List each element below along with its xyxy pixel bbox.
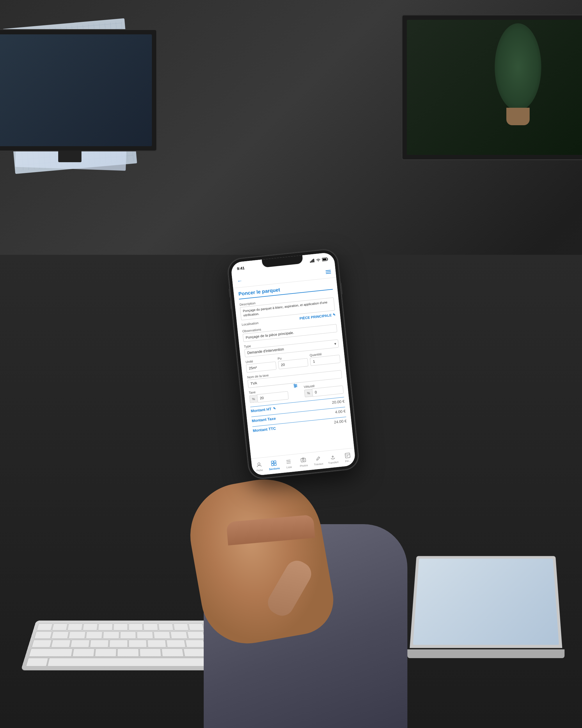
key [29, 649, 73, 657]
svg-rect-3 [313, 259, 314, 262]
battery-icon [322, 257, 329, 261]
tab-travaux-label: Travaux [314, 462, 323, 466]
laptop [410, 556, 562, 648]
key [94, 649, 116, 657]
status-icons [310, 257, 329, 263]
montant-ht-label: Montant HT ✎ [251, 406, 276, 413]
montant-ht-edit-icon[interactable]: ✎ [273, 407, 276, 411]
svg-rect-2 [312, 259, 313, 262]
phone-device: 9:41 [227, 248, 360, 480]
settings-sliders-icon[interactable] [293, 383, 299, 388]
svg-rect-1 [311, 260, 312, 262]
key [158, 623, 173, 630]
taxe-prefix: % [249, 395, 257, 403]
svg-rect-15 [272, 464, 274, 466]
svg-rect-14 [274, 461, 276, 463]
vetuste-prefix: % [304, 389, 312, 397]
key [128, 623, 143, 630]
unite-col: Unité 25m² [245, 354, 276, 372]
financement-icon [344, 452, 351, 459]
svg-point-12 [258, 463, 260, 465]
tab-sections[interactable]: Sections [266, 459, 282, 471]
photos-icon [300, 457, 307, 464]
key [166, 640, 186, 647]
key [154, 631, 170, 639]
svg-line-18 [287, 462, 291, 462]
svg-line-23 [316, 460, 317, 460]
tab-transfert-label: Transfert [328, 461, 339, 465]
plant-pot [506, 108, 530, 125]
keyboard-row-3 [31, 640, 225, 647]
key [162, 649, 184, 657]
key [170, 631, 188, 639]
quantite-col: Quantité 1 [309, 347, 340, 366]
key [143, 623, 158, 630]
key [147, 640, 166, 647]
key [90, 640, 109, 647]
key [98, 623, 113, 630]
key [86, 631, 103, 639]
keyboard-rows [26, 623, 230, 666]
status-time: 9:41 [237, 266, 245, 271]
menu-line-3 [326, 272, 331, 274]
keyboard [21, 621, 235, 670]
hamburger-icon [326, 270, 331, 274]
tab-travaux[interactable]: Travaux [310, 454, 326, 466]
tab-fiche-label: Fiche [256, 469, 263, 472]
phone-screen: 9:41 [230, 252, 356, 476]
key [113, 623, 128, 630]
monitor-left-stand [58, 151, 82, 162]
localisation-value[interactable]: PIÈCE PRINCIPALE ✎ [300, 313, 336, 321]
key [52, 623, 68, 630]
laptop-base [408, 649, 564, 658]
key [117, 649, 139, 657]
tab-financement[interactable]: Fin... [340, 452, 356, 463]
tab-photos[interactable]: Photos [296, 456, 311, 468]
svg-rect-0 [310, 261, 311, 263]
key [82, 623, 98, 630]
key [129, 640, 147, 647]
key [185, 640, 205, 647]
key [139, 649, 161, 657]
keyboard-row-5 [26, 658, 230, 666]
key [103, 631, 119, 639]
travaux-icon [314, 455, 322, 462]
pu-col: Pu 20 [277, 351, 308, 369]
localisation-label: Localisation [242, 321, 259, 327]
menu-line-1 [326, 270, 331, 271]
menu-line-2 [326, 271, 331, 272]
svg-point-11 [295, 386, 296, 387]
tab-photos-label: Photos [300, 464, 308, 468]
laptop-screen [413, 558, 559, 645]
keyboard-row-1 [36, 623, 219, 630]
tab-liste[interactable]: Liste [281, 458, 297, 469]
tab-transfert[interactable]: Transfert [325, 453, 341, 465]
svg-rect-5 [323, 258, 327, 260]
key [137, 631, 154, 639]
back-icon: ← [237, 278, 243, 284]
key [72, 649, 94, 657]
app-content[interactable]: Poncer le parquet Description Ponçage du… [233, 278, 354, 459]
tab-sections-label: Sections [269, 467, 280, 471]
key [36, 623, 53, 630]
key [67, 623, 83, 630]
svg-rect-16 [274, 463, 276, 466]
tab-fiche[interactable]: Fiche [251, 461, 267, 473]
spacebar-key [48, 658, 209, 666]
key [51, 640, 71, 647]
montant-ht-value: 20.00 € [332, 399, 345, 405]
tab-financement-label: Fin... [345, 459, 351, 463]
wifi-icon [316, 258, 321, 262]
svg-rect-13 [271, 461, 274, 463]
keyboard-row-4 [29, 649, 227, 657]
montant-ttc-label: Montant TTC [253, 426, 276, 433]
plant-leaves [495, 23, 541, 111]
key [68, 631, 86, 639]
back-button[interactable]: ← [237, 278, 243, 285]
fiche-icon [255, 461, 262, 468]
svg-line-25 [345, 454, 350, 455]
key [187, 631, 205, 639]
montant-taxe-label: Montant Taxe [251, 416, 276, 423]
tab-liste-label: Liste [286, 465, 292, 469]
menu-button[interactable] [326, 270, 331, 274]
